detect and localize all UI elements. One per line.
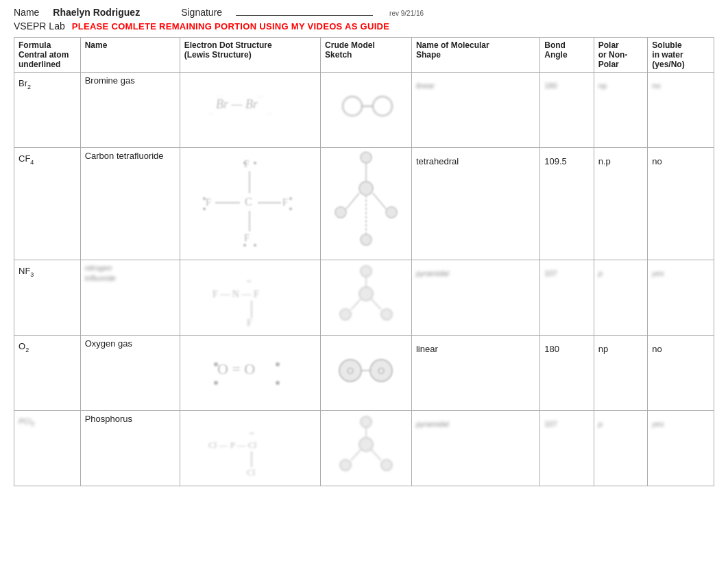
svg-point-19 bbox=[243, 244, 246, 247]
svg-point-38 bbox=[359, 287, 373, 301]
svg-line-31 bbox=[346, 193, 359, 209]
svg-point-47 bbox=[214, 381, 218, 385]
svg-text:F: F bbox=[244, 233, 250, 243]
cell-polar-br2: np bbox=[594, 73, 648, 148]
name-value: Rhaelyn Rodriguez bbox=[53, 7, 140, 18]
cell-molecular-p: pyramidal bbox=[411, 411, 539, 486]
header: Name Rhaelyn Rodriguez Signature rev 9/2… bbox=[14, 7, 714, 32]
svg-point-62 bbox=[361, 416, 372, 427]
svg-text:O: O bbox=[378, 366, 385, 376]
cell-bond-cf4: 109.5 bbox=[540, 148, 594, 260]
svg-text:••: •• bbox=[247, 278, 251, 285]
molecular-value-o2: linear bbox=[416, 344, 535, 354]
table-row: Br2 Bromine gas Br — Br : : : : : : : : bbox=[14, 73, 714, 148]
cell-lewis-nf3: F — N — F F •• bbox=[180, 260, 320, 336]
svg-line-64 bbox=[372, 450, 381, 460]
header-line1: Name Rhaelyn Rodriguez Signature rev 9/2… bbox=[14, 7, 714, 18]
col-header-polar: Polaror Non-Polar bbox=[594, 38, 648, 73]
svg-text:C: C bbox=[245, 196, 252, 208]
svg-text:F: F bbox=[206, 197, 211, 208]
cell-polar-p: p bbox=[594, 411, 648, 486]
bond-value-o2: 180 bbox=[544, 344, 590, 354]
cell-polar-o2: np bbox=[594, 336, 648, 411]
cell-formula-br2: Br2 bbox=[14, 73, 81, 148]
svg-point-28 bbox=[386, 207, 397, 218]
cell-lewis-br2: Br — Br : : : : : : : : bbox=[180, 73, 320, 148]
svg-point-7 bbox=[373, 97, 392, 116]
cell-soluble-br2: no bbox=[648, 73, 714, 148]
cell-polar-cf4: n.p bbox=[594, 148, 648, 260]
svg-line-63 bbox=[351, 450, 361, 460]
svg-point-29 bbox=[361, 234, 372, 245]
crude-sketch-cf4 bbox=[334, 151, 399, 257]
svg-point-5 bbox=[343, 97, 362, 116]
table-row: O2 Oxygen gas O = O bbox=[14, 336, 714, 411]
cell-soluble-p: yes bbox=[648, 411, 714, 486]
cell-molecular-cf4: tetrahedral bbox=[411, 148, 539, 260]
svg-text:: :: : : bbox=[258, 93, 263, 99]
svg-line-43 bbox=[372, 299, 381, 310]
soluble-value-cf4: no bbox=[652, 156, 709, 166]
svg-point-48 bbox=[276, 362, 280, 366]
crude-sketch-br2 bbox=[335, 77, 397, 136]
svg-point-39 bbox=[340, 309, 351, 320]
svg-point-23 bbox=[289, 197, 292, 200]
cell-lewis-cf4: C F F F F bbox=[180, 148, 320, 260]
cell-soluble-cf4: no bbox=[648, 148, 714, 260]
rev-text: rev 9/21/16 bbox=[389, 10, 424, 17]
col-header-lewis: Electron Dot Structure(Lewis Structure) bbox=[180, 38, 320, 73]
svg-point-21 bbox=[203, 197, 206, 200]
polar-value-cf4: n.p bbox=[598, 156, 644, 166]
cell-lewis-p: Cl — P — Cl Cl •• bbox=[180, 411, 320, 486]
soluble-value-o2: no bbox=[652, 344, 709, 354]
col-header-bond: BondAngle bbox=[540, 38, 594, 73]
cell-molecular-br2: linear bbox=[411, 73, 539, 148]
crude-sketch-p bbox=[335, 414, 397, 479]
crude-sketch-o2: O O bbox=[335, 338, 397, 403]
svg-point-41 bbox=[361, 266, 372, 277]
svg-text:F: F bbox=[282, 197, 288, 208]
col-header-crude: Crude ModelSketch bbox=[321, 38, 412, 73]
svg-point-61 bbox=[381, 460, 392, 471]
svg-text:O = O: O = O bbox=[217, 360, 255, 377]
svg-point-18 bbox=[254, 162, 256, 164]
svg-point-20 bbox=[254, 244, 256, 247]
svg-text:••: •• bbox=[250, 430, 254, 437]
cell-crude-o2: O O bbox=[321, 336, 412, 411]
cell-name-p: Phosphorus bbox=[80, 411, 180, 486]
svg-line-42 bbox=[351, 299, 361, 310]
cell-crude-cf4 bbox=[321, 148, 412, 260]
lewis-sketch-br2: Br — Br : : : : : : : : bbox=[202, 77, 298, 136]
svg-point-24 bbox=[289, 208, 292, 210]
svg-point-60 bbox=[340, 460, 351, 471]
lewis-sketch-o2: O = O bbox=[202, 338, 298, 403]
cell-name-cf4: Carbon tetrafluoride bbox=[80, 148, 180, 260]
cell-formula-nf3: NF3 bbox=[14, 260, 81, 336]
cell-bond-p: 107 bbox=[540, 411, 594, 486]
cell-name-o2: Oxygen gas bbox=[80, 336, 180, 411]
signature-line bbox=[236, 15, 373, 16]
cell-molecular-nf3: pyramidal bbox=[411, 260, 539, 336]
table-row: NF3 nitrogentrifluoride F — N — F F •• bbox=[14, 260, 714, 336]
table-header-row: FormulaCentral atomunderlined Name Elect… bbox=[14, 38, 714, 73]
svg-point-46 bbox=[214, 362, 218, 366]
cell-crude-br2 bbox=[321, 73, 412, 148]
svg-text:F: F bbox=[247, 318, 252, 328]
svg-text:: :: : : bbox=[209, 110, 214, 116]
lewis-sketch-p: Cl — P — Cl Cl •• bbox=[200, 414, 300, 479]
crude-sketch-nf3 bbox=[335, 263, 397, 328]
signature-label: Signature bbox=[181, 7, 222, 18]
cell-formula-p: PCl3 bbox=[14, 411, 81, 486]
lewis-sketch-cf4: C F F F F bbox=[200, 151, 300, 257]
cell-bond-br2: 180 bbox=[540, 73, 594, 148]
svg-text:Cl — P — Cl: Cl — P — Cl bbox=[208, 440, 257, 450]
svg-point-49 bbox=[276, 381, 280, 385]
cell-formula-cf4: CF4 bbox=[14, 148, 81, 260]
svg-text:Br — Br: Br — Br bbox=[216, 97, 258, 111]
instruction-text: PLEASE COMLETE REMAINING PORTION USING M… bbox=[72, 21, 389, 32]
cell-soluble-o2: no bbox=[648, 336, 714, 411]
bond-value-cf4: 109.5 bbox=[544, 156, 590, 166]
polar-value-o2: np bbox=[598, 344, 644, 354]
svg-text:F — N — F: F — N — F bbox=[213, 289, 259, 299]
svg-point-59 bbox=[359, 438, 373, 451]
